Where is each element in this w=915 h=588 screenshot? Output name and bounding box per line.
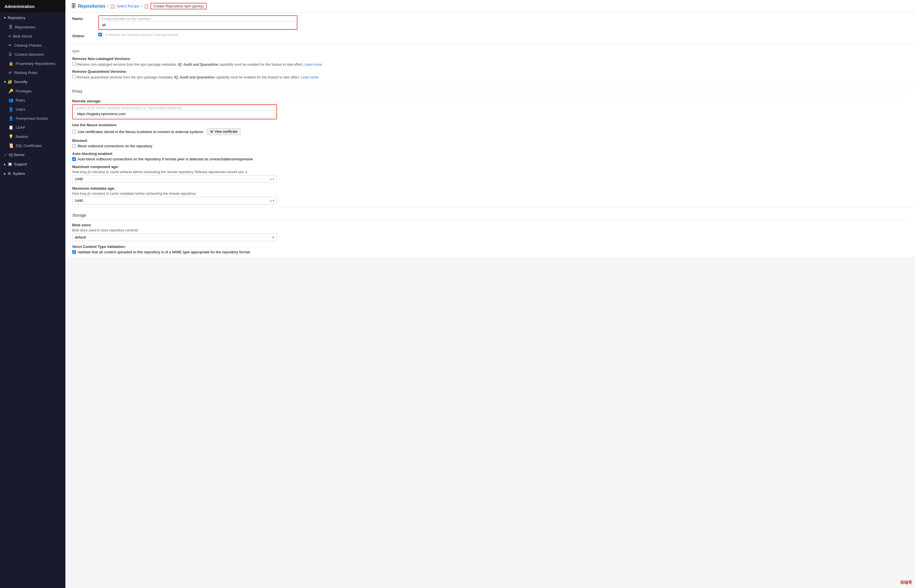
- blocked-row: Block outbound connections on the reposi…: [72, 144, 908, 148]
- form-scrollable: Name: A unique identifier for this repos…: [65, 13, 915, 588]
- sidebar-item-label: Proprietary Repositories: [16, 61, 55, 66]
- blob-store-select[interactable]: default: [72, 233, 277, 241]
- sidebar-item-ssl-certificates[interactable]: 📜 SSL Certificates: [0, 141, 65, 150]
- sidebar-item-realms[interactable]: 💡 Realms: [0, 132, 65, 141]
- sidebar-section-label: Security: [14, 80, 27, 84]
- breadcrumb-current: Create Repository:npm (proxy): [150, 3, 207, 10]
- view-cert-label: View certificate: [215, 130, 237, 134]
- breadcrumb: 🗄 Repositories / 📋 Select Recipe / 📋 Cre…: [65, 0, 915, 13]
- breadcrumb-select-recipe-link[interactable]: Select Recipe: [116, 4, 139, 8]
- sidebar-section-label: Repository: [8, 16, 25, 20]
- blob-store-select-wrap: default: [72, 233, 277, 241]
- sidebar: Administration ▾ Repository 🗄 Repositori…: [0, 0, 65, 588]
- remove-quarantined-title: Remove Quarantined Versions:: [72, 69, 908, 74]
- auto-blocking-row: Auto-block outbound connections on the r…: [72, 157, 908, 161]
- sidebar-section-system[interactable]: ▸ ⚙ System: [0, 169, 65, 178]
- main-content: 🗄 Repositories / 📋 Select Recipe / 📋 Cre…: [65, 0, 915, 588]
- anonymous-icon: 👤: [8, 116, 13, 121]
- max-metadata-age-wrap: [72, 197, 277, 204]
- sidebar-item-label: Users: [16, 107, 25, 111]
- name-input-wrap: A unique identifier for this repository: [98, 15, 297, 30]
- arrow-icon: ▸: [4, 162, 6, 166]
- name-row: Name: A unique identifier for this repos…: [72, 15, 908, 30]
- sidebar-section-repository[interactable]: ▾ Repository: [0, 13, 65, 23]
- sidebar-item-label: Roles: [16, 98, 25, 102]
- sidebar-item-label: Routing Rules: [14, 71, 37, 75]
- sidebar-item-repositories[interactable]: 🗄 Repositories: [0, 23, 65, 32]
- sidebar-item-privileges[interactable]: 🔑 Privileges: [0, 86, 65, 95]
- sidebar-item-cleanup-policies[interactable]: ✏ Cleanup Policies: [0, 40, 65, 50]
- blob-stores-icon: ≡: [8, 34, 11, 39]
- remove-non-cataloged-link[interactable]: Learn more.: [305, 63, 323, 66]
- strict-content-checkbox[interactable]: [72, 250, 76, 254]
- content-icon: ☰: [8, 52, 12, 57]
- create-label: Create Repository:: [153, 4, 184, 8]
- sidebar-item-label: Content Selectors: [15, 52, 44, 57]
- sidebar-item-label: Repositories: [15, 25, 35, 29]
- sidebar-item-blob-stores[interactable]: ≡ Blob Stores: [0, 32, 65, 40]
- remote-storage-input[interactable]: [74, 110, 275, 118]
- nexus-truststore-desc: Use certificates stored in the Nexus tru…: [77, 130, 203, 134]
- sidebar-section-security[interactable]: ▾ 🔐 Security: [0, 77, 65, 86]
- blocked-label: Blocked:: [72, 139, 908, 143]
- remove-quarantined-checkbox[interactable]: [72, 75, 76, 79]
- system-icon: ⚙: [8, 171, 11, 176]
- max-metadata-age-label: Maximum metadata age:: [72, 186, 908, 191]
- iq-check-icon: ✓: [4, 153, 7, 157]
- remove-non-cataloged-title: Remove Non-cataloged Versions:: [72, 57, 908, 61]
- auto-blocking-checkbox[interactable]: [72, 157, 76, 161]
- sidebar-item-ldap[interactable]: 📋 LDAP: [0, 123, 65, 132]
- sidebar-section-iq-server[interactable]: ✓ IQ Server: [0, 150, 65, 160]
- name-input[interactable]: [100, 21, 296, 29]
- realms-icon: 💡: [8, 134, 13, 139]
- arrow-icon: ▾: [4, 16, 6, 20]
- breadcrumb-sep1: /: [107, 4, 108, 8]
- sidebar-item-content-selectors[interactable]: ☰ Content Selectors: [0, 50, 65, 59]
- breadcrumb-repo-icon: 🗄: [71, 3, 76, 9]
- remove-quarantined-desc: Remove quarantined versions from the npm…: [72, 75, 908, 79]
- blocked-checkbox[interactable]: [72, 144, 76, 148]
- storage-section: Storage Blob store: Blob store used to s…: [65, 208, 915, 257]
- arrow-icon: ▸: [4, 171, 6, 176]
- max-component-age-desc: How long (in minutes) to cache artifacts…: [72, 170, 908, 174]
- sidebar-item-roles[interactable]: 👥 Roles: [0, 95, 65, 105]
- sidebar-item-label: Privileges: [16, 89, 32, 93]
- remove-quarantined-link[interactable]: Learn more.: [301, 75, 319, 79]
- cert-icon: ⚙: [210, 130, 213, 134]
- sidebar-section-label: IQ Server: [9, 153, 25, 157]
- npm-label: npm: [72, 47, 908, 54]
- arrow-icon: ▾: [4, 80, 6, 84]
- sidebar-item-proprietary-repositories[interactable]: 🔒 Proprietary Repositories: [0, 59, 65, 68]
- view-certificate-button[interactable]: ⚙ View certificate: [207, 128, 240, 135]
- strict-content-row: Validate that all content uploaded to th…: [72, 250, 908, 254]
- breadcrumb-select-icon: 📋: [110, 4, 115, 8]
- routing-icon: ⇄: [8, 70, 12, 75]
- max-metadata-age-desc: How long (in minutes) to cache metadata …: [72, 192, 908, 195]
- admin-title: Administration: [0, 0, 65, 13]
- sidebar-item-anonymous-access[interactable]: 👤 Anonymous Access: [0, 114, 65, 123]
- name-input-border: A unique identifier for this repository: [98, 15, 297, 30]
- sidebar-item-users[interactable]: 👤 Users: [0, 105, 65, 114]
- sidebar-section-label: Support: [14, 162, 27, 166]
- remove-non-cataloged-text: Remove non-cataloged versions from the n…: [77, 63, 178, 66]
- privileges-icon: 🔑: [8, 89, 13, 93]
- remove-quarantined-text: Remove quarantined versions from the npm…: [77, 75, 174, 79]
- proprietary-icon: 🔒: [8, 61, 13, 66]
- sidebar-item-routing-rules[interactable]: ⇄ Routing Rules: [0, 68, 65, 77]
- sidebar-section-repository-items: 🗄 Repositories ≡ Blob Stores ✏ Cleanup P…: [0, 23, 65, 77]
- breadcrumb-sep2: /: [141, 4, 142, 8]
- nexus-truststore-checkbox[interactable]: [72, 130, 76, 134]
- remove-non-cataloged-checkbox[interactable]: [72, 62, 76, 66]
- online-row: Online: If checked, the repository accep…: [72, 33, 908, 38]
- max-component-age-input[interactable]: [72, 175, 277, 183]
- auto-blocking-desc: Auto-block outbound connections on the r…: [77, 157, 253, 161]
- max-metadata-age-input[interactable]: [72, 197, 277, 204]
- online-label: Online:: [72, 33, 95, 38]
- remove-non-cataloged-suffix: capability must be enabled for this feat…: [219, 63, 303, 66]
- blocked-desc: Block outbound connections on the reposi…: [77, 144, 152, 148]
- sidebar-section-support[interactable]: ▸ 🔲 Support: [0, 160, 65, 169]
- blob-store-label: Blob store:: [72, 223, 908, 227]
- online-checkbox[interactable]: [98, 33, 102, 36]
- breadcrumb-repositories-link[interactable]: Repositories: [78, 4, 105, 9]
- proxy-section: Proxy Remote storage: Location of the re…: [65, 84, 915, 207]
